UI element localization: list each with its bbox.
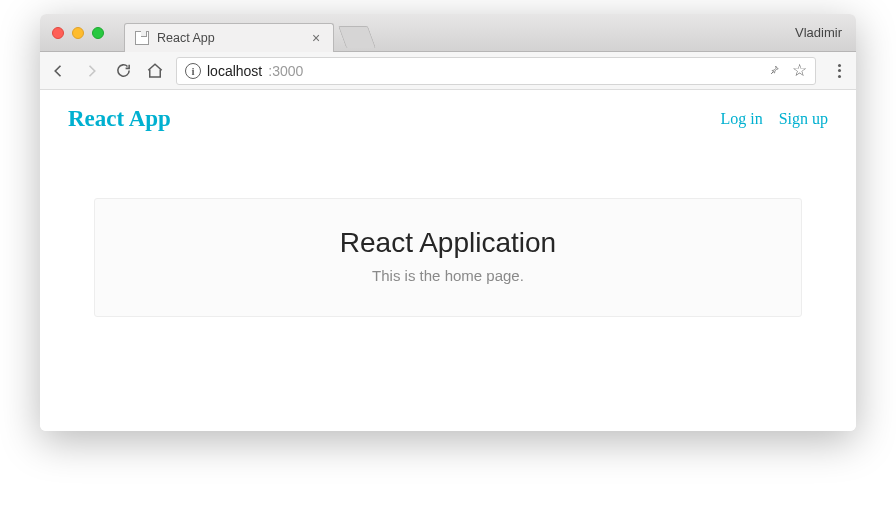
menu-button[interactable] [830,62,848,80]
browser-tab[interactable]: React App × [124,23,334,52]
new-tab-button[interactable] [338,26,376,48]
titlebar: React App × Vladimir [40,14,856,52]
browser-window: React App × Vladimir localhost:3000 [40,14,856,431]
home-button[interactable] [144,60,166,82]
page-content: React App Log in Sign up React Applicati… [40,90,856,431]
tab-title: React App [157,31,215,45]
close-window-button[interactable] [52,27,64,39]
app-header: React App Log in Sign up [40,90,856,140]
file-icon [135,31,149,45]
address-bar-actions: ☆ [768,60,807,81]
signup-link[interactable]: Sign up [779,110,828,128]
tab-close-button[interactable]: × [309,31,323,45]
login-link[interactable]: Log in [720,110,762,128]
reload-button[interactable] [112,60,134,82]
address-bar[interactable]: localhost:3000 ☆ [176,57,816,85]
address-port: :3000 [268,63,303,79]
page-subtitle: This is the home page. [115,267,781,284]
window-controls [40,27,104,39]
site-info-icon[interactable] [185,63,201,79]
forward-button[interactable] [80,60,102,82]
maximize-window-button[interactable] [92,27,104,39]
address-host: localhost [207,63,262,79]
toolbar: localhost:3000 ☆ [40,52,856,90]
brand-title[interactable]: React App [68,106,171,132]
tab-strip: React App × [124,14,372,51]
bookmark-star-icon[interactable]: ☆ [792,60,807,81]
header-links: Log in Sign up [720,110,828,128]
pin-icon[interactable] [768,64,782,78]
page-title: React Application [115,227,781,259]
back-button[interactable] [48,60,70,82]
profile-name[interactable]: Vladimir [795,25,856,40]
jumbotron: React Application This is the home page. [94,198,802,317]
minimize-window-button[interactable] [72,27,84,39]
